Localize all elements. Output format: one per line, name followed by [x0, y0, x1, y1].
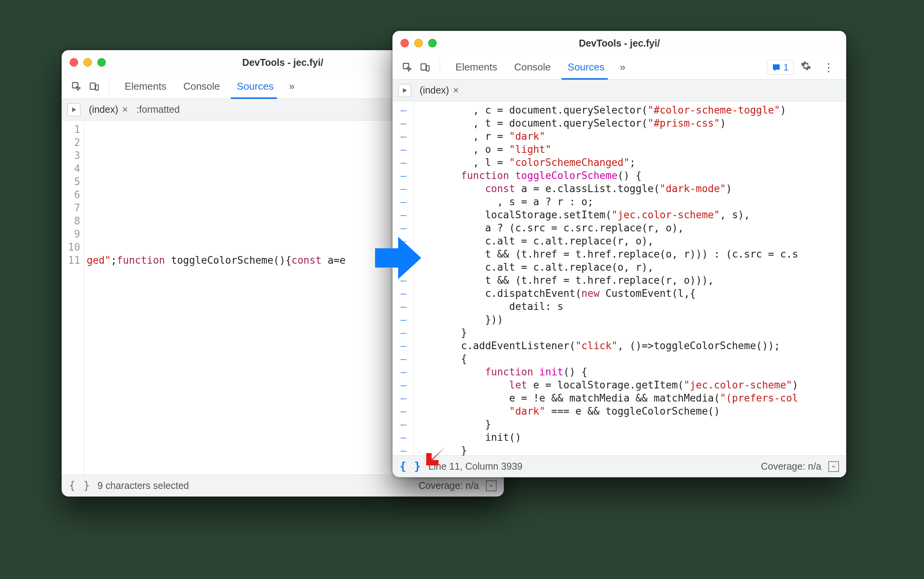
close-icon[interactable]: ×: [122, 104, 128, 115]
file-tab-index[interactable]: (index) ×: [416, 83, 463, 98]
more-tabs-button[interactable]: »: [284, 74, 299, 99]
file-tab-formatted[interactable]: :formatted: [137, 104, 180, 115]
coverage-status: Coverage: n/a: [419, 480, 479, 491]
issues-count: 1: [784, 62, 789, 73]
tab-elements[interactable]: Elements: [116, 74, 175, 99]
panel-tabs: Elements Console Sources: [447, 55, 613, 80]
pretty-print-button[interactable]: { }: [400, 460, 422, 473]
close-icon[interactable]: [400, 39, 409, 47]
issues-button[interactable]: 1: [767, 60, 794, 75]
annotation-arrow-blue: [373, 235, 423, 283]
expand-panel-button[interactable]: [828, 461, 839, 472]
code-area[interactable]: , c = document.querySelector("#color-sch…: [414, 101, 846, 455]
traffic-lights: [70, 58, 106, 67]
more-tabs-button[interactable]: »: [615, 55, 630, 80]
toolbar-separator: [109, 79, 109, 94]
tab-elements[interactable]: Elements: [447, 55, 505, 80]
expand-panel-button[interactable]: [486, 480, 497, 491]
pretty-print-button[interactable]: { }: [69, 479, 91, 492]
annotation-arrow-red: [423, 445, 450, 473]
file-tab-index[interactable]: (index) ×: [85, 102, 132, 117]
traffic-lights: [400, 39, 437, 47]
close-icon[interactable]: [70, 58, 78, 67]
tab-console[interactable]: Console: [175, 74, 228, 99]
svg-rect-1: [90, 83, 95, 89]
svg-rect-5: [427, 65, 429, 71]
file-tab-label: (index): [89, 104, 118, 115]
minimize-icon[interactable]: [414, 39, 423, 47]
zoom-icon[interactable]: [97, 58, 106, 67]
editor-statusbar: { } Line 11, Column 3939 Coverage: n/a: [393, 455, 846, 477]
minimize-icon[interactable]: [83, 58, 92, 67]
settings-button[interactable]: [796, 60, 816, 74]
panel-tabs: Elements Console Sources: [116, 74, 282, 99]
tab-console[interactable]: Console: [505, 55, 559, 80]
svg-rect-4: [421, 64, 426, 70]
close-icon[interactable]: ×: [453, 84, 459, 96]
svg-rect-2: [96, 85, 98, 90]
editor-statusbar: { } 9 characters selected Coverage: n/a: [62, 475, 504, 496]
inspect-element-icon[interactable]: [400, 60, 415, 75]
show-navigator-button[interactable]: [67, 103, 80, 116]
device-toolbar-icon[interactable]: [87, 79, 102, 94]
zoom-icon[interactable]: [428, 39, 437, 47]
devtools-window-right: DevTools - jec.fyi/ Elements Console Sou…: [392, 31, 846, 477]
window-title: DevTools - jec.fyi/: [393, 38, 846, 49]
toolbar-separator: [440, 60, 440, 75]
titlebar: DevTools - jec.fyi/: [393, 31, 846, 55]
devtools-main-toolbar: Elements Console Sources » 1 ⋮: [393, 55, 846, 80]
tab-sources[interactable]: Sources: [228, 74, 282, 99]
line-gutter: 1234567891011: [62, 120, 84, 475]
coverage-status: Coverage: n/a: [761, 461, 821, 472]
show-navigator-button[interactable]: [398, 84, 411, 97]
file-tab-label: (index): [420, 85, 449, 96]
code-editor[interactable]: –––––––––––––––––––––––––––– , c = docum…: [393, 101, 846, 455]
sources-tabbar: (index) ×: [393, 80, 846, 101]
tab-sources[interactable]: Sources: [559, 55, 613, 80]
more-options-button[interactable]: ⋮: [818, 60, 839, 74]
selection-status: 9 characters selected: [98, 480, 189, 491]
device-toolbar-icon[interactable]: [417, 60, 433, 75]
inspect-element-icon[interactable]: [69, 79, 84, 94]
